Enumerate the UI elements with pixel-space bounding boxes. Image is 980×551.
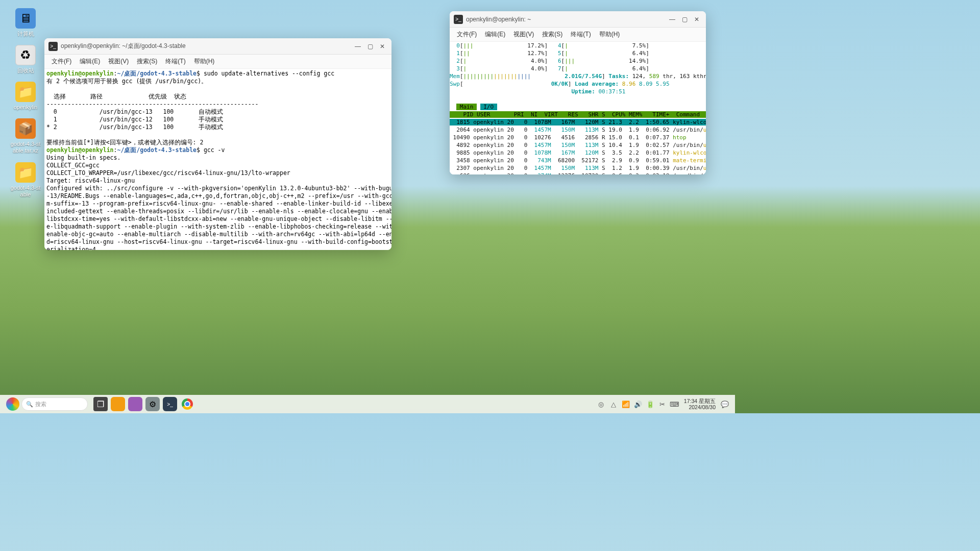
window-title: openkylin@openkylin: ~: [466, 16, 665, 23]
terminal-window-gcc[interactable]: >_ openkylin@openkylin: ~/桌面/godot-4.3-s…: [44, 38, 391, 250]
menu-help[interactable]: 帮助(H): [595, 29, 624, 40]
taskbar-app-terminal[interactable]: >_: [163, 397, 177, 411]
maximize-button[interactable]: ▢: [679, 14, 690, 24]
menu-edit[interactable]: 编辑(E): [481, 29, 509, 40]
tray-volume-icon[interactable]: 🔊: [633, 399, 643, 409]
titlebar[interactable]: >_ openkylin@openkylin: ~/桌面/godot-4.3-s…: [44, 38, 391, 55]
taskbar-app-settings[interactable]: ⚙: [145, 397, 160, 411]
tray-wifi-icon[interactable]: 📶: [621, 399, 630, 409]
folder-icon: 📁: [15, 162, 36, 183]
folder-icon: 📁: [15, 82, 36, 102]
menu-file[interactable]: 文件(F): [453, 29, 481, 40]
search-icon: 🔍: [26, 401, 33, 408]
desktop-icon-archive[interactable]: 📦 godot-4.3-stable.tar.xz: [9, 118, 42, 154]
minimize-button[interactable]: —: [667, 14, 677, 24]
htop-output[interactable]: 0[||| 17.2%] 4[| 7.5%] 1[|| 12.7%] 5[| 6…: [450, 42, 706, 174]
menu-help[interactable]: 帮助(H): [190, 56, 219, 67]
tray-icon[interactable]: ✂: [658, 399, 667, 409]
close-button[interactable]: ✕: [692, 14, 702, 24]
desktop-icon-home[interactable]: 📁 openkylin: [9, 82, 42, 111]
terminal-window-htop[interactable]: >_ openkylin@openkylin: ~ — ▢ ✕ 文件(F) 编辑…: [450, 11, 706, 174]
taskbar-clock[interactable]: 17:34 星期五 2024/08/30: [684, 398, 716, 410]
desktop-icon-trash[interactable]: ♻ 回收站: [9, 45, 42, 74]
search-input[interactable]: 🔍 搜索: [21, 397, 88, 411]
taskbar-app-chrome[interactable]: [180, 397, 194, 411]
terminal-icon: >_: [48, 42, 58, 51]
tray-battery-icon[interactable]: 🔋: [646, 399, 655, 409]
menu-view[interactable]: 视图(V): [104, 56, 133, 67]
terminal-output[interactable]: openkylin@openkylin:~/桌面/godot-4.3-stabl…: [44, 69, 391, 250]
menu-file[interactable]: 文件(F): [47, 56, 76, 67]
menu-search[interactable]: 搜索(S): [538, 29, 567, 40]
tray-notification-icon[interactable]: 💬: [720, 399, 729, 409]
taskbar: 🔍 搜索 ❐ ⚙ >_ ◎ △ 📶 🔊 🔋 ✂ ⌨ 17:34 星期五 2024…: [0, 395, 735, 413]
menu-edit[interactable]: 编辑(E): [76, 56, 104, 67]
tray-keyboard-icon[interactable]: ⌨: [670, 399, 679, 409]
taskbar-app-2[interactable]: [128, 397, 142, 411]
close-button[interactable]: ✕: [377, 41, 387, 52]
menu-search[interactable]: 搜索(S): [133, 56, 161, 67]
menubar: 文件(F) 编辑(E) 视图(V) 搜索(S) 终端(T) 帮助(H): [44, 55, 391, 69]
start-button[interactable]: [6, 397, 20, 411]
menu-terminal[interactable]: 终端(T): [161, 56, 189, 67]
maximize-button[interactable]: ▢: [365, 41, 375, 52]
desktop-icon-computer[interactable]: 🖥 计算机: [9, 8, 42, 37]
tray-icon[interactable]: △: [609, 399, 618, 409]
menu-view[interactable]: 视图(V): [509, 29, 538, 40]
task-view-button[interactable]: ❐: [93, 397, 108, 411]
titlebar[interactable]: >_ openkylin@openkylin: ~ — ▢ ✕: [450, 11, 706, 28]
desktop-icon-folder[interactable]: 📁 godot-4.3-stable: [9, 162, 42, 198]
taskbar-app-1[interactable]: [111, 397, 125, 411]
computer-icon: 🖥: [15, 8, 36, 29]
trash-icon: ♻: [15, 45, 36, 65]
tray-icon[interactable]: ◎: [597, 399, 606, 409]
window-title: openkylin@openkylin: ~/桌面/godot-4.3-stab…: [61, 42, 351, 51]
minimize-button[interactable]: —: [353, 41, 363, 52]
menubar: 文件(F) 编辑(E) 视图(V) 搜索(S) 终端(T) 帮助(H): [450, 28, 706, 42]
terminal-icon: >_: [454, 15, 463, 24]
menu-terminal[interactable]: 终端(T): [567, 29, 595, 40]
archive-icon: 📦: [15, 118, 36, 139]
